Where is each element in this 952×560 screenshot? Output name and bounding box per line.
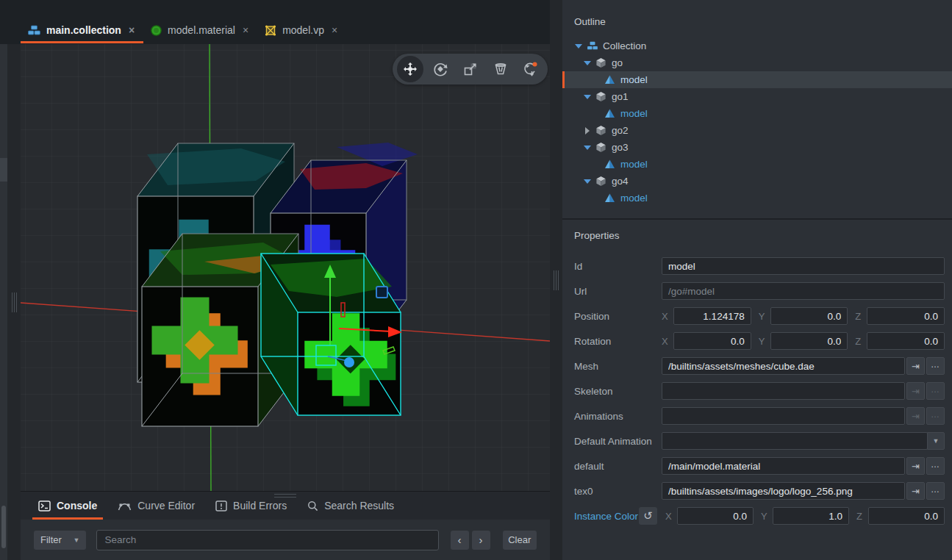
open-resource-button[interactable]: ⇥ xyxy=(906,407,925,425)
position-z-field[interactable] xyxy=(867,307,945,325)
browse-resource-button[interactable]: … xyxy=(926,482,945,500)
expander-down-icon[interactable] xyxy=(583,179,591,184)
mesh-input[interactable] xyxy=(668,361,898,372)
browse-resource-button[interactable]: … xyxy=(926,357,945,375)
open-resource-button[interactable]: ⇥ xyxy=(906,482,925,500)
rotation-x-field[interactable] xyxy=(673,332,751,350)
axis-z-label: Z xyxy=(856,511,864,522)
tab-curve-editor[interactable]: Curve Editor xyxy=(107,492,205,520)
rotation-z-field[interactable] xyxy=(867,332,945,350)
scene-3d-viewport[interactable] xyxy=(21,44,550,491)
move-tool-button[interactable] xyxy=(395,54,425,85)
orbit-camera-tool-button[interactable] xyxy=(515,54,545,85)
tex0-field[interactable] xyxy=(662,482,905,500)
tab-model-material[interactable]: model.material × xyxy=(143,16,257,44)
clear-console-button[interactable]: Clear xyxy=(503,531,537,550)
rotation-x-input[interactable] xyxy=(680,336,745,347)
left-splitter[interactable] xyxy=(7,44,21,560)
collapsed-panel-handle[interactable] xyxy=(0,158,7,182)
reset-icon: ↺ xyxy=(643,509,653,523)
reset-override-button[interactable]: ↺ xyxy=(639,507,657,525)
ellipsis-icon: … xyxy=(931,459,940,470)
animations-field[interactable] xyxy=(662,407,905,425)
rotation-y-field[interactable] xyxy=(770,332,848,350)
tex0-input[interactable] xyxy=(668,486,898,497)
position-x-field[interactable] xyxy=(673,307,751,325)
previous-match-button[interactable]: ‹ xyxy=(451,531,469,550)
position-y-input[interactable] xyxy=(777,311,842,322)
skeleton-field[interactable] xyxy=(662,382,905,400)
rotate-icon xyxy=(432,61,448,77)
default-material-input[interactable] xyxy=(668,461,898,472)
instance-color-x-input[interactable] xyxy=(684,511,747,522)
tab-build-errors[interactable]: Build Errors xyxy=(205,492,297,520)
open-resource-button[interactable]: ⇥ xyxy=(906,457,925,475)
tab-main-collection[interactable]: main.collection × xyxy=(21,16,143,44)
mesh-field[interactable] xyxy=(662,357,905,375)
position-y-field[interactable] xyxy=(770,307,848,325)
console-search-input[interactable] xyxy=(96,530,438,550)
instance-color-z-field[interactable] xyxy=(868,507,945,525)
expander-down-icon[interactable] xyxy=(583,95,591,99)
rotate-tool-button[interactable] xyxy=(425,54,455,85)
rotation-y-input[interactable] xyxy=(777,336,842,347)
outline-item-go[interactable]: go xyxy=(562,54,952,71)
animations-input[interactable] xyxy=(668,411,898,422)
expander-down-icon[interactable] xyxy=(583,61,591,65)
tab-search-results[interactable]: Search Results xyxy=(297,492,404,520)
gizmo-z-handle[interactable] xyxy=(344,357,354,367)
expander-down-icon[interactable] xyxy=(583,146,591,150)
url-input[interactable] xyxy=(668,286,938,297)
property-row-animations: Animations ⇥ … xyxy=(574,407,945,425)
outline-item-go4[interactable]: go4 xyxy=(562,173,952,190)
open-resource-button[interactable]: ⇥ xyxy=(906,382,925,400)
outline-item-go1[interactable]: go1 xyxy=(562,88,952,105)
outline-item-model[interactable]: model xyxy=(562,190,952,207)
close-icon[interactable]: × xyxy=(129,24,135,36)
dropdown-button[interactable]: ▼ xyxy=(927,432,945,450)
outline-item-go3[interactable]: go3 xyxy=(562,139,952,156)
instance-color-y-input[interactable] xyxy=(779,511,842,522)
model-icon xyxy=(604,159,616,169)
open-resource-button[interactable]: ⇥ xyxy=(906,357,925,375)
outline-item-collection[interactable]: Collection xyxy=(562,37,952,54)
axis-y-label: Y xyxy=(759,336,766,347)
browse-resource-button[interactable]: … xyxy=(926,407,945,425)
skeleton-input[interactable] xyxy=(668,386,898,397)
id-input[interactable] xyxy=(668,261,938,272)
instance-color-y-field[interactable] xyxy=(773,507,849,525)
outline-panel-title: Outline xyxy=(562,0,952,37)
default-material-field[interactable] xyxy=(662,457,905,475)
right-splitter[interactable] xyxy=(550,0,562,560)
instance-color-z-input[interactable] xyxy=(875,511,938,522)
next-match-button[interactable]: › xyxy=(472,531,490,550)
expander-right-icon[interactable] xyxy=(583,127,591,134)
outline-item-label: model xyxy=(620,74,648,85)
outline-item-model[interactable]: model xyxy=(562,105,952,122)
default-animation-input[interactable] xyxy=(668,436,921,447)
expander-down-icon[interactable] xyxy=(574,44,582,49)
outline-item-model[interactable]: model xyxy=(562,156,952,173)
browse-resource-button[interactable]: … xyxy=(926,457,945,475)
frustum-tool-button[interactable] xyxy=(485,54,515,85)
outline-item-label: go3 xyxy=(612,142,629,153)
browse-resource-button[interactable]: … xyxy=(926,382,945,400)
tab-model-vp[interactable]: model.vp × xyxy=(257,16,346,44)
rotation-z-input[interactable] xyxy=(873,336,938,347)
outline-item-go2[interactable]: go2 xyxy=(562,122,952,139)
bottom-panel: Console Curve Editor xyxy=(21,491,550,560)
url-field[interactable] xyxy=(662,282,945,300)
id-field[interactable] xyxy=(662,257,945,275)
close-icon[interactable]: × xyxy=(332,24,337,36)
instance-color-x-field[interactable] xyxy=(677,507,754,525)
close-icon[interactable]: × xyxy=(243,24,248,36)
filter-dropdown[interactable]: Filter ▼ xyxy=(34,531,86,550)
scene-canvas xyxy=(21,44,550,491)
scale-tool-button[interactable] xyxy=(455,54,485,85)
position-z-input[interactable] xyxy=(873,311,938,322)
scrollbar-thumb[interactable] xyxy=(1,506,6,548)
position-x-input[interactable] xyxy=(680,311,745,322)
outline-item-model-selected[interactable]: model xyxy=(562,71,952,88)
tab-console[interactable]: Console xyxy=(28,492,107,520)
default-animation-field[interactable] xyxy=(662,432,928,450)
